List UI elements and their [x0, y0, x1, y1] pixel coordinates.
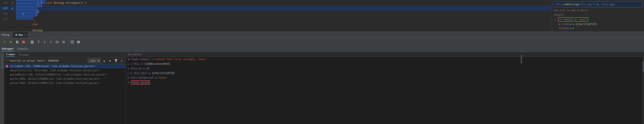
line-number-114: 114 [0, 1, 10, 4]
inf-icon-np: ∞ [128, 67, 129, 70]
monitor-icon: 🖥 [15, 34, 18, 36]
svg-rect-4 [31, 41, 34, 42]
svg-marker-14 [56, 41, 58, 43]
svg-marker-0 [10, 41, 12, 43]
expand-tri-this: ▶ [128, 63, 129, 65]
frame-row-4[interactable]: parse:1367, DefaultJSONParser (com.aliba… [4, 81, 126, 85]
frames-threads-tabs: Frames Threads [4, 52, 126, 58]
structure-sidebar: Structure [0, 52, 4, 124]
stop-button[interactable] [20, 39, 26, 45]
pause-button[interactable] [14, 39, 20, 45]
mute-breakpoints-button[interactable] [61, 39, 66, 45]
line-number-116: 116 [0, 12, 10, 15]
step-over-button[interactable] [36, 39, 42, 45]
frames-panel: Frames Threads ✓ "main"@1 in group "main… [4, 52, 126, 124]
frames-layout-button[interactable] [29, 39, 35, 45]
debug-tab-bar: Debug: 🖥 App × [0, 32, 644, 38]
result-item-row: ∨ ∞ result = "aaa" [553, 17, 643, 22]
tooltip-np: np [588, 3, 592, 6]
var-name-lexer: lexer.token() [131, 58, 151, 61]
svg-marker-28 [114, 59, 118, 62]
var-eq-hasspecial: = [156, 76, 157, 79]
vars-scroll-thumb[interactable] [642, 61, 644, 72]
line-gutter-115: ▶ [10, 6, 15, 10]
variable-row-hasspecial[interactable]: ∞ this.hasSpecial = false [126, 76, 642, 80]
variable-row-this[interactable]: ▶ ≡ this = {JSONScanner@563} [126, 62, 642, 66]
variable-row-np[interactable]: ∞ this.np = 38 [126, 66, 642, 71]
add-frame-button[interactable]: + [120, 58, 124, 63]
tab-debugger[interactable]: Debugger [2, 46, 14, 52]
code-editor: 114 @ public final String stringVal() { … [0, 0, 552, 31]
var-eq-sp: = [145, 81, 146, 84]
step-out-button[interactable] [48, 39, 54, 45]
debug-toolbar [0, 38, 644, 46]
result-child-hash: ⓘ hash = 0 [553, 26, 643, 30]
frame-row-0[interactable]: stringVal:139, JSONScanner (com.alibaba.… [4, 64, 126, 68]
var-eq-lexer: = [152, 58, 154, 61]
frame-list: stringVal:139, JSONScanner (com.alibaba.… [4, 64, 126, 85]
error-icon-lexer: ⊗ [128, 58, 130, 61]
debug-panel: Debug: 🖥 App × [0, 32, 644, 124]
debug-label: Debug: [2, 34, 11, 36]
var-name-hasspecial: this.hasSpecial [131, 76, 154, 79]
filter-button[interactable] [114, 58, 118, 63]
frame-text-0: stringVal:139, JSONScanner (com.alibaba.… [10, 65, 95, 68]
highlighted-substring-call: this . subString ( offset: this . np + 1… [16, 0, 50, 20]
svg-marker-9 [38, 42, 39, 43]
settings-button[interactable] [76, 39, 82, 45]
gutter-at-icon: @ [12, 2, 14, 4]
frame-row-3[interactable]: parse:1401, DefaultJSONParser (com.aliba… [4, 77, 126, 81]
variables-scroll-area: ⊗ lexer.token() = Cannot find local vari… [126, 57, 644, 124]
table-view-button[interactable] [69, 39, 75, 45]
code-editor-area: 114 @ public final String stringVal() { … [0, 0, 644, 32]
resume-button[interactable] [8, 39, 14, 45]
var-val-np: 38 [146, 67, 149, 70]
chevron-down-icon: ∨ [554, 18, 556, 21]
arrow-down-button[interactable]: ▼ [108, 58, 112, 63]
debug-content: Structure Frames Threads ✓ "main"@1 in g… [0, 52, 644, 124]
step-into-button[interactable] [42, 39, 48, 45]
right-panel: this.subString(this.np + 1, this.sp) Use… [552, 0, 644, 31]
arrow-up-button[interactable]: ▲ [102, 58, 106, 63]
app-tab-label: App [18, 34, 23, 36]
threads-tab[interactable]: Threads [18, 54, 29, 56]
run-to-cursor-button[interactable] [54, 39, 60, 45]
line-content-116: } [15, 12, 552, 15]
variable-row-sp[interactable]: ∞ this.sp = 3 [126, 80, 642, 85]
tab-console[interactable]: Console [17, 46, 28, 52]
restart-button[interactable] [2, 39, 8, 45]
thread-dropdown[interactable]: main [88, 58, 100, 63]
list-icon-this: ≡ [130, 62, 132, 65]
var-val-sbuf: {char[512]@710} [152, 72, 175, 74]
variable-row-lexer[interactable]: ⊗ lexer.token() = Cannot find local vari… [126, 57, 642, 62]
var-name-sp: this.sp [132, 81, 144, 84]
result-var-name: result [563, 18, 573, 21]
hash-var-value: 0 [572, 27, 574, 30]
result-label: Result: [553, 13, 643, 17]
frames-tab[interactable]: Frames [6, 53, 15, 57]
inf-icon-sbuf: ∞ [130, 72, 132, 74]
variable-row-sbuf[interactable]: ▶ ∞ this.sbuf = {char[512]@710} [126, 71, 642, 76]
toolbar-separator-1 [28, 40, 28, 44]
tab-close-button[interactable]: × [24, 34, 26, 36]
hash-var-name: hash [562, 27, 569, 30]
debugger-tab-label: Debugger [2, 47, 14, 50]
svg-rect-6 [31, 43, 34, 44]
variables-list: ⊗ lexer.token() = Cannot find local vari… [126, 57, 642, 124]
vars-scrollbar[interactable] [642, 57, 644, 124]
line-number-117: 117 [0, 18, 10, 20]
svg-rect-18 [71, 40, 72, 42]
frame-row-1[interactable]: deserialze:213, MiscCodec (com.alibaba.f… [4, 68, 126, 72]
var-val-lexer: Cannot find local variable 'lexer' [156, 58, 208, 61]
frame-text-2: parseObject:395, DefaultJSONParser (com.… [10, 73, 107, 76]
frame-row-2[interactable]: parseObject:395, DefaultJSONParser (com.… [4, 72, 126, 77]
keyword-new: new [32, 22, 37, 26]
structure-label[interactable]: Structure [1, 54, 4, 68]
debug-app-tab[interactable]: 🖥 App × [13, 32, 28, 38]
svg-rect-5 [31, 42, 34, 42]
svg-point-25 [78, 41, 78, 42]
var-name-np: this.np [131, 67, 142, 70]
var-eq-np: = [143, 67, 145, 70]
sp-highlight-box: this.sp = 3 [131, 80, 150, 84]
var-name-this: this [134, 62, 140, 65]
